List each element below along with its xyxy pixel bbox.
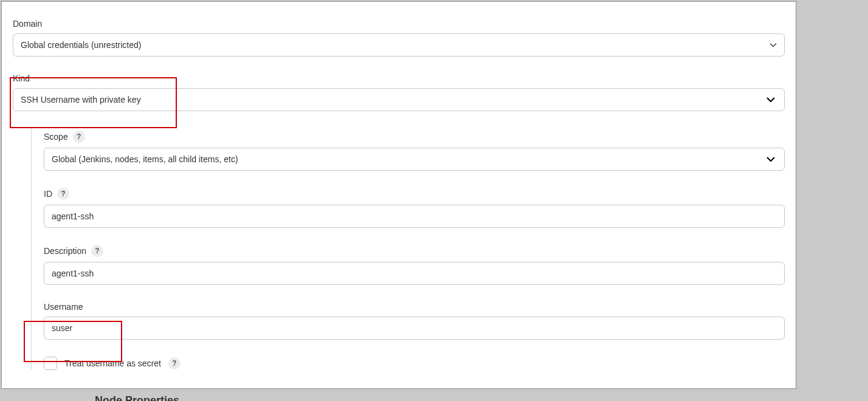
description-label: Description — [44, 246, 86, 256]
domain-select[interactable]: Global credentials (unrestricted) — [13, 33, 785, 57]
kind-select[interactable]: SSH Username with private key — [13, 88, 785, 111]
id-input[interactable] — [44, 205, 785, 228]
kind-label: Kind — [13, 74, 785, 83]
id-field: ID ? — [44, 188, 785, 228]
treat-secret-label: Treat username as secret — [64, 358, 161, 368]
chevron-down-icon — [766, 154, 776, 164]
scope-select[interactable]: Global (Jenkins, nodes, items, all child… — [44, 148, 785, 171]
treat-secret-row: Treat username as secret ? — [44, 357, 785, 370]
domain-field: Domain Global credentials (unrestricted) — [13, 19, 785, 57]
description-input[interactable] — [44, 262, 785, 285]
kind-select-value: SSH Username with private key — [21, 95, 141, 105]
id-label: ID — [44, 189, 52, 199]
help-icon[interactable]: ? — [73, 131, 85, 143]
credential-details: Scope ? Global (Jenkins, nodes, items, a… — [31, 128, 785, 370]
node-properties-heading: Node Properties — [95, 394, 179, 401]
username-label: Username — [44, 302, 785, 312]
chevron-down-icon — [770, 41, 777, 49]
scope-label: Scope — [44, 132, 68, 142]
help-icon[interactable]: ? — [168, 357, 181, 369]
description-field: Description ? — [44, 245, 785, 285]
domain-label: Domain — [13, 19, 785, 29]
scope-field: Scope ? Global (Jenkins, nodes, items, a… — [44, 131, 785, 171]
username-input[interactable] — [44, 317, 785, 340]
chevron-down-icon — [766, 95, 776, 105]
kind-field: Kind SSH Username with private key — [13, 74, 785, 111]
username-field: Username — [44, 302, 785, 340]
dialog-frame: Domain Global credentials (unrestricted)… — [1, 1, 796, 389]
help-icon[interactable]: ? — [91, 245, 103, 257]
treat-secret-checkbox[interactable] — [44, 357, 57, 370]
scope-select-value: Global (Jenkins, nodes, items, all child… — [52, 154, 238, 164]
help-icon[interactable]: ? — [57, 188, 69, 200]
domain-select-value: Global credentials (unrestricted) — [21, 40, 141, 50]
